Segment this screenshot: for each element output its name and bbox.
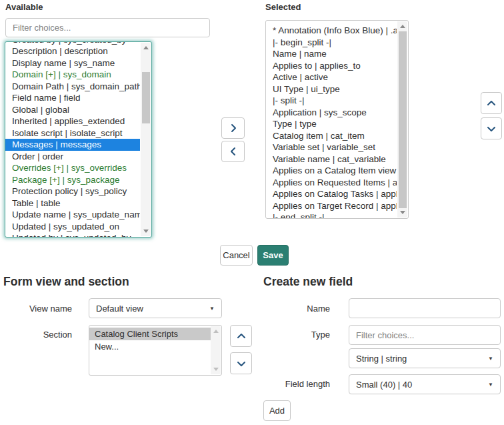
cancel-button[interactable]: Cancel (220, 245, 253, 266)
field-length-value: Small (40) | 40 (356, 380, 412, 390)
list-item[interactable]: Catalog item | cat_item (266, 130, 397, 142)
list-item[interactable]: UI Type | ui_type (266, 83, 397, 95)
section-label: Section (0, 330, 72, 340)
field-length-label: Field length (259, 379, 330, 389)
selected-scrollbar[interactable] (397, 21, 407, 218)
field-type-label: Type (259, 330, 330, 340)
list-item[interactable]: |- split -| (266, 95, 397, 107)
list-item[interactable]: Inherited | applies_extended (5, 115, 140, 127)
list-item[interactable]: Type | type (266, 118, 397, 130)
list-item[interactable]: Variable name | cat_variable (266, 153, 397, 165)
scrollbar-thumb[interactable] (142, 72, 150, 123)
form-view-section-heading: Form view and section (3, 275, 129, 289)
dropdown-arrow-icon: ▼ (488, 382, 493, 388)
section-options: Catalog Client ScriptsNew... (89, 326, 211, 353)
section-move-up-button[interactable] (230, 325, 252, 347)
dropdown-arrow-icon: ▼ (209, 306, 215, 312)
list-item[interactable]: Domain [+] | sys_domain (5, 69, 140, 81)
add-button[interactable]: Add (263, 400, 291, 421)
field-name-label: Name (259, 304, 330, 314)
scroll-down-icon[interactable] (400, 211, 405, 214)
available-scrollbar[interactable] (141, 43, 151, 236)
available-listbox[interactable]: Created by | sys_created_byDescription |… (5, 41, 152, 238)
list-item[interactable]: Table | table (5, 197, 140, 209)
list-item[interactable]: Package [+] | sys_package (5, 174, 140, 186)
chevron-left-icon (229, 147, 238, 156)
save-button[interactable]: Save (257, 245, 289, 266)
available-options: Created by | sys_created_byDescription |… (5, 41, 140, 238)
list-item[interactable]: Field name | field (5, 92, 140, 104)
list-item[interactable]: |- begin_split -| (266, 37, 397, 49)
selected-listbox[interactable]: * Annotation (Info Box Blue) | .anno|- b… (265, 20, 409, 219)
scroll-up-icon[interactable] (213, 330, 219, 333)
list-item[interactable]: Updated by | sys_updated_by (5, 232, 140, 238)
chevron-right-icon (229, 123, 238, 133)
list-item[interactable]: Display name | sys_name (5, 57, 140, 69)
scroll-up-icon[interactable] (143, 46, 149, 49)
list-item[interactable]: Active | active (266, 71, 397, 83)
list-item[interactable]: Order | order (5, 151, 140, 163)
list-item[interactable]: New... (89, 340, 211, 353)
selected-move-down-button[interactable] (481, 117, 502, 139)
view-name-label: View name (0, 304, 72, 314)
list-item[interactable]: Messages | messages (5, 139, 140, 151)
list-item[interactable]: Application | sys_scope (266, 107, 397, 119)
available-label: Available (5, 2, 43, 12)
dropdown-arrow-icon: ▼ (488, 356, 493, 362)
list-item[interactable]: |- end_split -| (266, 211, 397, 219)
chevron-up-icon (486, 99, 497, 108)
list-item[interactable]: Updated | sys_updated_on (5, 221, 140, 233)
list-item[interactable]: Protection policy | sys_policy (5, 185, 140, 197)
create-new-field-heading: Create new field (263, 275, 353, 289)
field-type-select[interactable]: String | string ▼ (349, 348, 501, 368)
section-scrollbar[interactable] (211, 326, 221, 374)
scroll-down-icon[interactable] (213, 368, 219, 371)
section-listbox[interactable]: Catalog Client ScriptsNew... (89, 325, 222, 376)
view-name-value: Default view (96, 304, 143, 314)
selected-move-up-button[interactable] (481, 92, 502, 114)
list-item[interactable]: Applies on Catalog Tasks | applies_ (266, 188, 397, 200)
selected-label: Selected (265, 2, 301, 12)
list-item[interactable]: Overrides [+] | sys_overrides (5, 162, 140, 174)
field-type-filter-input[interactable] (349, 325, 501, 345)
field-type-value: String | string (356, 354, 407, 364)
list-item[interactable]: Name | name (266, 48, 397, 60)
list-item[interactable]: Applies on Requested Items | applie (266, 177, 397, 189)
chevron-up-icon (236, 332, 247, 341)
section-move-down-button[interactable] (230, 352, 252, 374)
field-name-input[interactable] (349, 298, 501, 318)
move-right-button[interactable] (221, 117, 245, 139)
list-item[interactable]: Global | global (5, 104, 140, 116)
scrollbar-thumb[interactable] (399, 31, 407, 208)
scroll-down-icon[interactable] (143, 230, 149, 233)
list-item[interactable]: Applies on a Catalog Item view | app (266, 165, 397, 177)
move-left-button[interactable] (221, 141, 245, 162)
scroll-up-icon[interactable] (400, 25, 405, 28)
list-item[interactable]: Applies to | applies_to (266, 60, 397, 72)
list-item[interactable]: Update name | sys_update_name (5, 209, 140, 221)
field-length-select[interactable]: Small (40) | 40 ▼ (349, 374, 501, 394)
chevron-down-icon (486, 124, 497, 133)
list-item[interactable]: Applies on Target Record | applies_ (266, 200, 397, 212)
list-item[interactable]: * Annotation (Info Box Blue) | .anno (266, 25, 397, 37)
list-item[interactable]: Variable set | variable_set (266, 141, 397, 153)
available-filter-input[interactable] (5, 18, 210, 37)
selected-options: * Annotation (Info Box Blue) | .anno|- b… (266, 21, 397, 219)
chevron-down-icon (236, 359, 247, 368)
list-item[interactable]: Description | description (5, 45, 140, 57)
list-item[interactable]: Domain Path | sys_domain_path (5, 81, 140, 93)
view-name-select[interactable]: Default view ▼ (89, 298, 222, 318)
list-item[interactable]: Catalog Client Scripts (89, 328, 211, 340)
list-item[interactable]: Isolate script | isolate_script (5, 127, 140, 139)
